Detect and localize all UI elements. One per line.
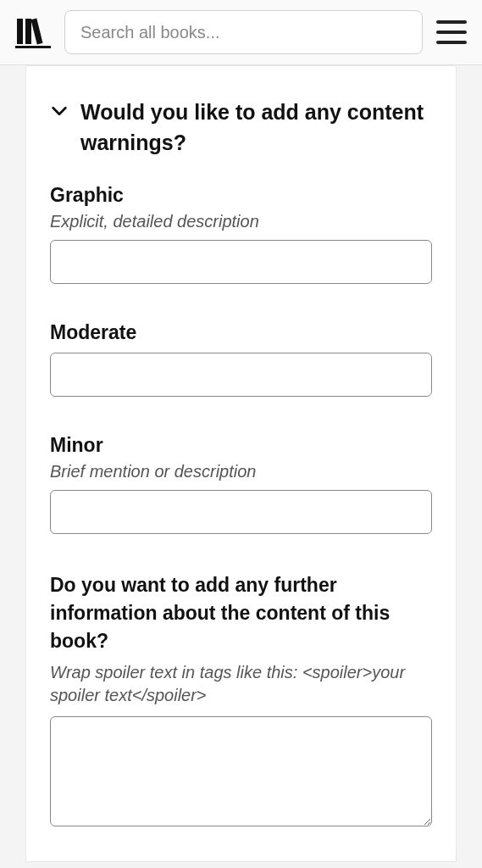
search-container [64, 10, 423, 54]
further-info-hint: Wrap spoiler text in tags like this: <sp… [50, 661, 432, 708]
app-header [0, 0, 482, 65]
svg-rect-1 [25, 19, 31, 44]
field-label-graphic: Graphic [50, 184, 432, 207]
input-moderate[interactable] [50, 353, 432, 397]
svg-rect-3 [15, 46, 51, 48]
svg-rect-2 [30, 19, 42, 45]
field-graphic: Graphic Explicit, detailed description [50, 184, 432, 284]
field-label-moderate: Moderate [50, 321, 432, 344]
hamburger-menu-icon[interactable] [436, 19, 467, 46]
field-further-info: Do you want to add any further informati… [50, 571, 432, 830]
field-minor: Minor Brief mention or description [50, 434, 432, 534]
input-minor[interactable] [50, 490, 432, 534]
field-label-minor: Minor [50, 434, 432, 457]
field-hint-minor: Brief mention or description [50, 460, 432, 483]
logo-icon[interactable] [15, 15, 51, 49]
page-body: Would you like to add any content warnin… [0, 65, 482, 862]
form-card: Would you like to add any content warnin… [25, 65, 457, 862]
section-toggle[interactable]: Would you like to add any content warnin… [50, 97, 432, 159]
search-input[interactable] [64, 10, 423, 54]
field-moderate: Moderate [50, 321, 432, 397]
section-title: Would you like to add any content warnin… [80, 97, 432, 159]
svg-rect-0 [17, 19, 23, 44]
chevron-down-icon [50, 102, 69, 120]
input-further-info[interactable] [50, 716, 432, 826]
field-hint-graphic: Explicit, detailed description [50, 210, 432, 233]
further-info-label: Do you want to add any further informati… [50, 571, 432, 656]
input-graphic[interactable] [50, 240, 432, 284]
